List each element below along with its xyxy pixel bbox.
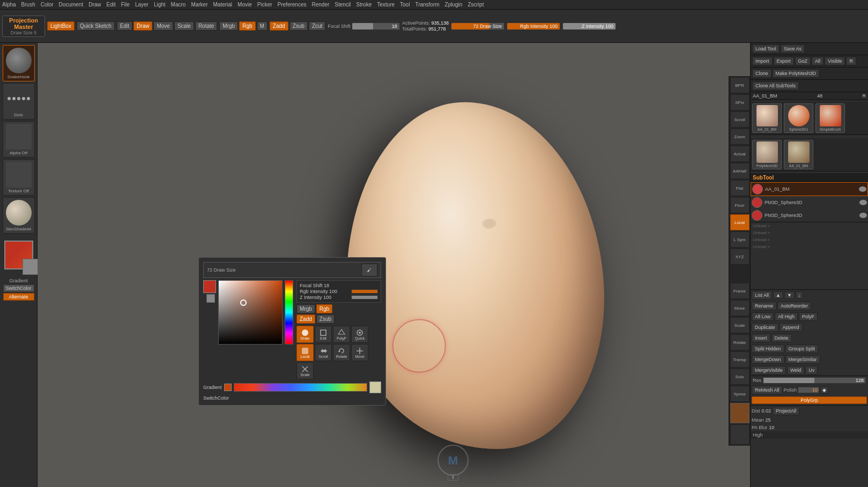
aahalf-button[interactable]: AAHalf <box>730 163 750 179</box>
edit-button[interactable]: Edit <box>117 21 132 31</box>
popup-edit-btn[interactable]: Edit <box>315 326 332 343</box>
texture-off-tool[interactable]: Texture Off <box>3 159 35 196</box>
popup-zadd-button[interactable]: Zadd <box>296 314 315 324</box>
menu-color[interactable]: Color <box>41 2 54 8</box>
popup-scale-btn[interactable]: Scale <box>296 362 314 379</box>
menu-tool[interactable]: Tool <box>400 2 410 8</box>
r-button-top[interactable]: R <box>846 57 856 65</box>
popup-quick-btn[interactable]: Quick <box>351 326 368 343</box>
rotate-view-button[interactable]: Rotate <box>730 334 750 350</box>
lightbox-button[interactable]: LightBox <box>47 21 75 31</box>
snakehook-tool[interactable]: SnakeHook <box>3 45 35 81</box>
popup-move-btn[interactable]: Move <box>351 344 368 361</box>
geo-thumb-aa01bm[interactable]: AA_01_BM <box>752 103 782 133</box>
load-tool-button[interactable]: Load Tool <box>752 44 780 53</box>
remesh-all-button[interactable]: ReMesh All <box>752 386 783 394</box>
polish-icon-btn[interactable]: ◆ <box>820 386 828 394</box>
split-hidden-button[interactable]: Split Hidden <box>752 344 784 353</box>
subtool-visibility-3[interactable] <box>859 213 867 218</box>
clone-button[interactable]: Clone <box>752 69 771 78</box>
duplicate-button[interactable]: Duplicate <box>752 323 778 332</box>
visible-button[interactable]: Visible <box>825 57 845 65</box>
spix-button[interactable]: SPix <box>730 94 750 110</box>
actual-size-button[interactable]: Actual <box>730 146 750 162</box>
uv-button[interactable]: Uv <box>805 366 818 374</box>
subtool-visibility-2[interactable] <box>859 200 867 205</box>
menu-layer[interactable]: Layer <box>135 2 149 8</box>
menu-macro[interactable]: Macro <box>171 2 186 8</box>
geo-thumb-aa01bm-2[interactable]: AA_01_BM <box>784 140 813 169</box>
merge-visible-button[interactable]: MergeVisible <box>752 366 786 374</box>
color-gradient-square[interactable] <box>218 280 283 344</box>
menu-alpha[interactable]: Alpha <box>2 2 16 8</box>
popup-mrgb-button[interactable]: Mrgb <box>296 304 315 313</box>
material-button2[interactable] <box>730 424 750 445</box>
move-button[interactable]: Move <box>153 21 173 31</box>
popup-rgb-button[interactable]: Rgb <box>316 304 332 313</box>
subtool-item-2[interactable]: PM3D_Sphere3D <box>751 196 868 209</box>
polygrp-button[interactable]: PolyGrp <box>752 396 867 404</box>
zadd-button[interactable]: Zadd <box>270 21 288 31</box>
flat-button[interactable]: Flat <box>730 180 750 196</box>
menu-stencil[interactable]: Stencil <box>335 2 351 8</box>
menu-transform[interactable]: Transform <box>415 2 439 8</box>
popup-brush-icon[interactable]: 🖌 <box>361 264 377 276</box>
subtool-up-button[interactable]: ▲ <box>773 291 783 299</box>
lsym-button[interactable]: L Sym <box>730 231 750 248</box>
popup-zsub-button[interactable]: Zsub <box>316 314 335 324</box>
focal-shift-slider[interactable]: 18 <box>352 23 400 30</box>
menu-picker[interactable]: Picker <box>257 2 272 8</box>
popup-local-btn[interactable]: Local <box>296 344 314 361</box>
menu-texture[interactable]: Texture <box>377 2 395 8</box>
menu-edit[interactable]: Edit <box>107 2 116 8</box>
auto-reorder-button[interactable]: AutoReorder <box>777 302 811 310</box>
m-button[interactable]: M <box>257 21 268 31</box>
insert-button[interactable]: Insert <box>752 334 770 342</box>
color-hue-slider[interactable] <box>285 280 293 344</box>
popup-draw-btn[interactable]: Draw <box>296 326 314 343</box>
switch-color-label[interactable]: SwitchColor <box>203 395 381 401</box>
make-polymesh-button[interactable]: Make PolyMesh3D <box>773 69 820 78</box>
zsub-button[interactable]: Zsub <box>290 21 308 31</box>
goz-button[interactable]: GoZ <box>795 57 811 65</box>
popup-polyf-btn[interactable]: PolyF <box>333 326 350 343</box>
popup-sub-swatch[interactable] <box>206 294 215 303</box>
popup-main-swatch[interactable] <box>203 280 216 293</box>
weld-button[interactable]: Weld <box>787 366 804 374</box>
rename-button[interactable]: Rename <box>752 302 776 310</box>
xyz-button[interactable]: XYZ <box>730 249 750 265</box>
projection-master-button[interactable]: Projection Master Draw Size 5 <box>2 16 45 37</box>
z-intensity-mini-slider[interactable] <box>351 295 378 299</box>
popup-rotate-btn[interactable]: Rotate <box>333 344 350 361</box>
mrgb-button[interactable]: Mrgb <box>219 21 238 31</box>
rgb-intensity-slider[interactable]: Rgb Intensity 100 <box>507 23 560 30</box>
list-all-button[interactable]: List All <box>752 291 772 299</box>
material-swatch[interactable] <box>730 403 750 423</box>
skinshaded4-tool[interactable]: SkinShaded4 <box>3 197 35 234</box>
subtool-visibility-1[interactable] <box>859 186 866 192</box>
menu-zplugin[interactable]: Zplugin <box>445 2 463 8</box>
menu-file[interactable]: File <box>121 2 130 8</box>
menu-render[interactable]: Render <box>312 2 330 8</box>
draw-button[interactable]: Draw <box>133 21 152 31</box>
alternate-button[interactable]: Alternate <box>3 293 34 301</box>
subtool-down2-button[interactable]: ↓ <box>796 291 804 299</box>
solo-button[interactable]: Solo <box>730 369 750 385</box>
zcut-button[interactable]: Zcut <box>309 21 325 31</box>
menu-zscript[interactable]: Zscript <box>468 2 484 8</box>
all-high-button[interactable]: All High <box>775 312 798 321</box>
draw-size-slider[interactable]: 72 Draw Size <box>451 23 505 30</box>
rgb-button[interactable]: Rgb <box>239 21 255 31</box>
geo-thumb-simplebrush[interactable]: SimpleBrush <box>815 103 845 133</box>
rgb-intensity-mini-slider[interactable] <box>351 289 378 294</box>
subtool-item-3[interactable]: PM3D_Sphere3D <box>751 209 868 222</box>
frame-button[interactable]: Frame <box>730 283 750 299</box>
delete-button[interactable]: Delete <box>771 334 792 342</box>
all-button[interactable]: All <box>812 57 824 65</box>
gradient-strip[interactable] <box>234 383 367 392</box>
menu-stroke[interactable]: Stroke <box>356 2 372 8</box>
polish-slider[interactable]: 10 <box>798 387 819 393</box>
scale-view-button[interactable]: Scale <box>730 317 750 333</box>
polyf-subtool-button[interactable]: PolyF <box>799 312 818 321</box>
all-low-button[interactable]: All Low <box>752 312 774 321</box>
